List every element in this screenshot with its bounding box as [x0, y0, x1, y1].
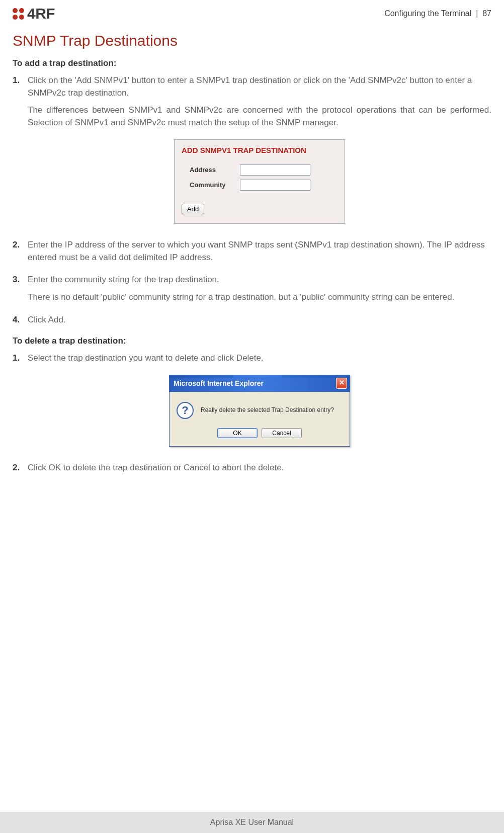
community-row: Community — [175, 178, 345, 193]
dialog-button-row: Add — [175, 193, 345, 223]
page-footer: Aprisa XE User Manual — [0, 812, 504, 833]
ie-dialog-buttons: OK Cancel — [170, 424, 350, 446]
delete-destination-heading: To delete a trap destination: — [13, 336, 491, 346]
step-text: Click OK to delete the trap destination … — [28, 463, 284, 472]
community-label: Community — [190, 181, 240, 190]
step-extra: The differences between SNMPv1 and SNMPv… — [28, 104, 491, 129]
question-icon: ? — [177, 402, 194, 419]
address-input[interactable] — [240, 164, 310, 176]
ok-button[interactable]: OK — [217, 428, 258, 438]
step-text: Select the trap destination you want to … — [28, 353, 264, 363]
community-input[interactable] — [240, 180, 310, 191]
list-item: Enter the IP address of the server to wh… — [13, 239, 491, 264]
logo-text: 4RF — [27, 5, 55, 22]
logo-dots-icon — [13, 8, 24, 20]
ie-dialog-message: Really delete the selected Trap Destinat… — [201, 406, 334, 414]
add-steps-list: Click on the 'Add SNMPv1' button to ente… — [13, 74, 491, 326]
list-item: Click on the 'Add SNMPv1' button to ente… — [13, 74, 491, 224]
step-text: Click on the 'Add SNMPv1' button to ente… — [28, 75, 472, 98]
step-text: Enter the community string for the trap … — [28, 275, 219, 284]
snmp-dialog-figure: ADD SNMPV1 TRAP DESTINATION Address Comm… — [28, 139, 491, 224]
add-snmpv1-dialog: ADD SNMPV1 TRAP DESTINATION Address Comm… — [174, 139, 345, 224]
header-section: Configuring the Terminal — [384, 9, 471, 18]
step-text: Enter the IP address of the server to wh… — [28, 240, 485, 262]
page-number: 87 — [482, 9, 491, 18]
list-item: Click Add. — [13, 314, 491, 326]
step-text: Click Add. — [28, 315, 66, 324]
ie-confirm-dialog: Microsoft Internet Explorer ✕ ? Really d… — [169, 375, 350, 447]
ie-titlebar: Microsoft Internet Explorer ✕ — [170, 375, 350, 392]
list-item: Enter the community string for the trap … — [13, 274, 491, 303]
add-destination-heading: To add a trap destination: — [13, 58, 491, 68]
page-title: SNMP Trap Destinations — [13, 32, 491, 49]
list-item: Click OK to delete the trap destination … — [13, 462, 491, 474]
ie-dialog-title: Microsoft Internet Explorer — [174, 378, 264, 388]
list-item: Select the trap destination you want to … — [13, 352, 491, 447]
footer-text: Aprisa XE User Manual — [210, 818, 294, 826]
step-extra: There is no default 'public' community s… — [28, 291, 491, 304]
ie-dialog-body: ? Really delete the selected Trap Destin… — [170, 392, 350, 424]
logo: 4RF — [13, 5, 55, 22]
header-section-page: Configuring the Terminal | 87 — [384, 9, 491, 18]
delete-steps-list: Select the trap destination you want to … — [13, 352, 491, 474]
page-header: 4RF Configuring the Terminal | 87 — [0, 0, 504, 27]
add-button[interactable]: Add — [182, 204, 204, 214]
ie-dialog-figure: Microsoft Internet Explorer ✕ ? Really d… — [28, 375, 491, 447]
address-row: Address — [175, 162, 345, 178]
dialog-title: ADD SNMPV1 TRAP DESTINATION — [175, 140, 345, 163]
cancel-button[interactable]: Cancel — [262, 428, 302, 438]
close-icon[interactable]: ✕ — [336, 378, 347, 389]
address-label: Address — [190, 165, 240, 175]
page-content: SNMP Trap Destinations To add a trap des… — [0, 27, 504, 474]
